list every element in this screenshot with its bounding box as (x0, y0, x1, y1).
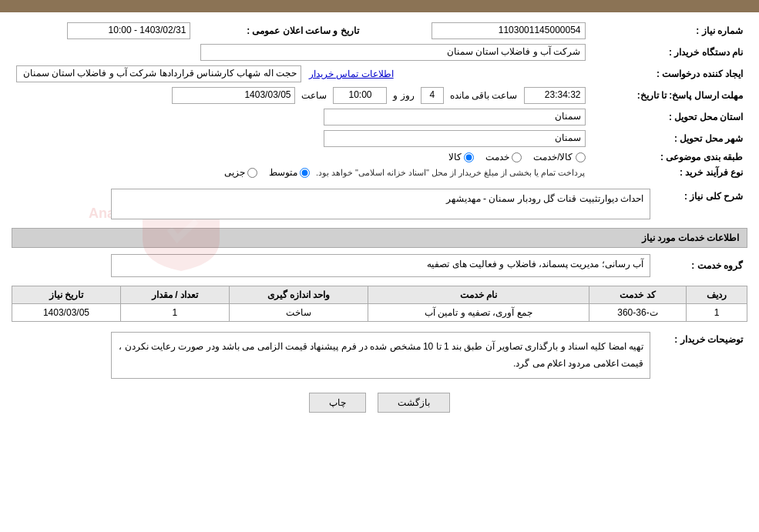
created-by-value: اطلاعات تماس خریدار حجت اله شهاب کارشناس… (12, 63, 590, 85)
cell-row: 1 (687, 304, 747, 322)
province-value: سمنان (12, 106, 590, 128)
process-mutavasit[interactable]: متوسط (269, 167, 310, 178)
deadline-row: 23:34:32 ساعت باقی مانده 4 روز و 10:00 س… (12, 85, 590, 106)
category-khidmat[interactable]: خدمت (485, 152, 522, 162)
category-kala-khidmat[interactable]: کالا/خدمت (533, 152, 585, 162)
deadline-label: مهلت ارسال پاسخ: تا تاریخ: (590, 85, 748, 106)
label-juzii: جزیی (224, 167, 245, 178)
deadline-date-box: 1403/03/05 (172, 87, 295, 104)
org-name-box: شرکت آب و فاضلاب استان سمنان (200, 44, 586, 61)
remaining-label: ساعت باقی مانده (450, 90, 518, 101)
city-label: شهر محل تحویل : (590, 128, 748, 149)
deadline-time-box: 10:00 (333, 87, 387, 104)
need-desc-label: شرح کلی نیاز : (655, 186, 747, 222)
radio-kala-khidmat[interactable] (576, 152, 586, 162)
need-number-label: شماره نیاز : (590, 20, 748, 42)
org-name-value: شرکت آب و فاضلاب استان سمنان (12, 42, 590, 63)
content-area: شماره نیاز : 1103001145000054 تاریخ و سا… (0, 12, 759, 428)
col-header-row: ردیف (687, 286, 747, 304)
buyer-notes-value: تهیه امضا کلیه اسناد و بارگذاری تصاویر آ… (12, 330, 655, 381)
need-desc-value: احداث دیوارتثبیت قنات گل رودبار سمنان - … (12, 186, 655, 222)
back-button[interactable]: بازگشت (378, 393, 450, 413)
category-value: کالا/خدمت خدمت کالا (12, 149, 590, 165)
label-khidmat: خدمت (485, 152, 509, 162)
announce-datetime-value: 1403/02/31 - 10:00 (12, 20, 195, 42)
process-label: نوع فرآیند خرید : (590, 165, 748, 180)
deadline-time-label: ساعت (301, 90, 327, 101)
need-desc-box: احداث دیوارتثبیت قنات گل رودبار سمنان - … (111, 189, 650, 219)
deadline-days-box: 4 (421, 87, 444, 104)
radio-khidmat[interactable] (512, 152, 522, 162)
services-info-header: اطلاعات خدمات مورد نیاز (12, 228, 747, 248)
radio-mutavasit[interactable] (300, 168, 310, 178)
province-box: سمنان (324, 109, 586, 125)
label-kala: کالا (448, 152, 462, 162)
service-group-label: گروه خدمت : (655, 252, 747, 279)
created-by-label: ایجاد کننده درخواست : (590, 63, 748, 85)
cell-qty: 1 (120, 304, 229, 322)
radio-juzii[interactable] (247, 168, 257, 178)
label-kala-khidmat: کالا/خدمت (533, 152, 573, 162)
city-value: سمنان (12, 128, 590, 149)
buyer-notes-label: توضیحات خریدار : (655, 330, 747, 381)
created-by-box: حجت اله شهاب کارشناس قراردادها شرکت آب و… (16, 65, 301, 82)
category-kala[interactable]: کالا (448, 152, 474, 162)
radio-kala[interactable] (464, 152, 474, 162)
need-number-box: 1103001145000054 (432, 22, 586, 39)
contact-link[interactable]: اطلاعات تماس خریدار (309, 69, 394, 79)
watermark-section: AnaTender.NET شرح کلی نیاز : احداث دیوار… (12, 186, 747, 222)
buttons-row: بازگشت چاپ (12, 393, 747, 413)
col-header-code: کد خدمت (589, 286, 687, 304)
page-container: شماره نیاز : 1103001145000054 تاریخ و سا… (0, 0, 759, 532)
cell-unit: ساخت (229, 304, 368, 322)
table-row: 1ت-36-360جمع آوری، تصفیه و تامین آبساخت1… (12, 304, 747, 322)
service-group-value: آب رسانی؛ مدیریت پسماند، فاضلاب و فعالیت… (12, 252, 655, 279)
top-info-table: شماره نیاز : 1103001145000054 تاریخ و سا… (12, 20, 747, 180)
cell-code: ت-36-360 (589, 304, 687, 322)
col-header-name: نام خدمت (368, 286, 589, 304)
service-group-box: آب رسانی؛ مدیریت پسماند، فاضلاب و فعالیت… (111, 254, 650, 277)
city-box: سمنان (324, 130, 586, 147)
announce-datetime-box: 1403/02/31 - 10:00 (67, 22, 190, 39)
services-table: ردیف کد خدمت نام خدمت واحد اندازه گیری ت… (12, 286, 747, 322)
buyer-notes-box: تهیه امضا کلیه اسناد و بارگذاری تصاویر آ… (111, 332, 650, 379)
process-note: پرداخت تمام یا بخشی از مبلغ خریدار از مح… (316, 168, 586, 178)
col-header-qty: تعداد / مقدار (120, 286, 229, 304)
col-header-date: تاریخ نیاز (12, 286, 121, 304)
province-label: استان محل تحویل : (590, 106, 748, 128)
announce-datetime-label: تاریخ و ساعت اعلان عمومی : (195, 20, 363, 42)
cell-date: 1403/03/05 (12, 304, 121, 322)
org-name-label: نام دستگاه خریدار : (590, 42, 748, 63)
process-juzii[interactable]: جزیی (224, 167, 257, 178)
service-group-table: گروه خدمت : آب رسانی؛ مدیریت پسماند، فاض… (12, 252, 747, 279)
remaining-time-box: 23:34:32 (524, 87, 586, 104)
page-title (0, 0, 759, 12)
label-mutavasit: متوسط (269, 167, 297, 178)
deadline-days-label: روز و (393, 90, 414, 101)
cell-name: جمع آوری، تصفیه و تامین آب (368, 304, 589, 322)
col-header-unit: واحد اندازه گیری (229, 286, 368, 304)
need-desc-table: شرح کلی نیاز : احداث دیوارتثبیت قنات گل … (12, 186, 747, 222)
process-value: پرداخت تمام یا بخشی از مبلغ خریدار از مح… (12, 165, 590, 180)
buyer-notes-table: توضیحات خریدار : تهیه امضا کلیه اسناد و … (12, 330, 747, 381)
need-number-value: 1103001145000054 (364, 20, 590, 42)
category-label: طبقه بندی موضوعی : (590, 149, 748, 165)
print-button[interactable]: چاپ (309, 393, 366, 413)
